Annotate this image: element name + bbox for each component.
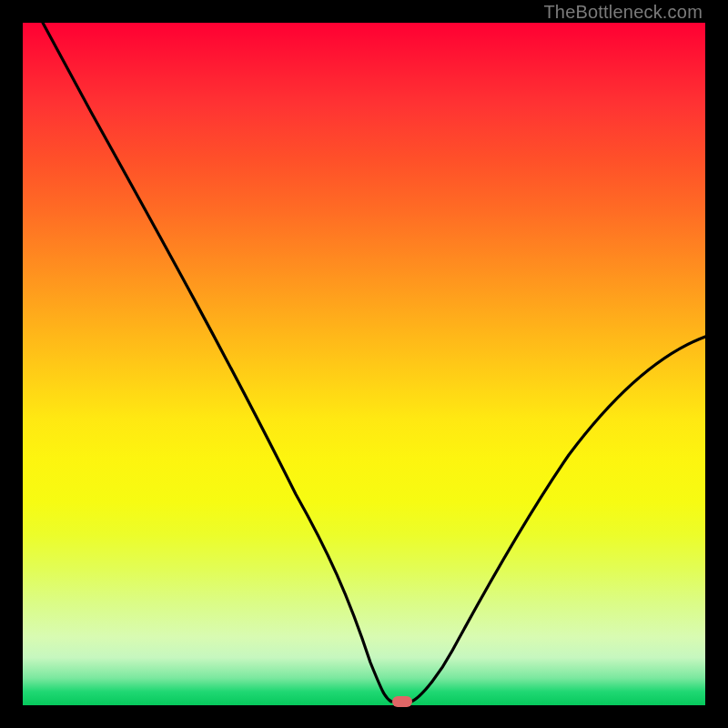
- plot-area: [23, 23, 705, 705]
- watermark-text: TheBottleneck.com: [543, 2, 703, 23]
- bottleneck-curve: [43, 23, 705, 702]
- chart-frame: TheBottleneck.com: [0, 0, 728, 728]
- optimal-marker: [392, 696, 412, 707]
- curve-layer: [23, 23, 705, 705]
